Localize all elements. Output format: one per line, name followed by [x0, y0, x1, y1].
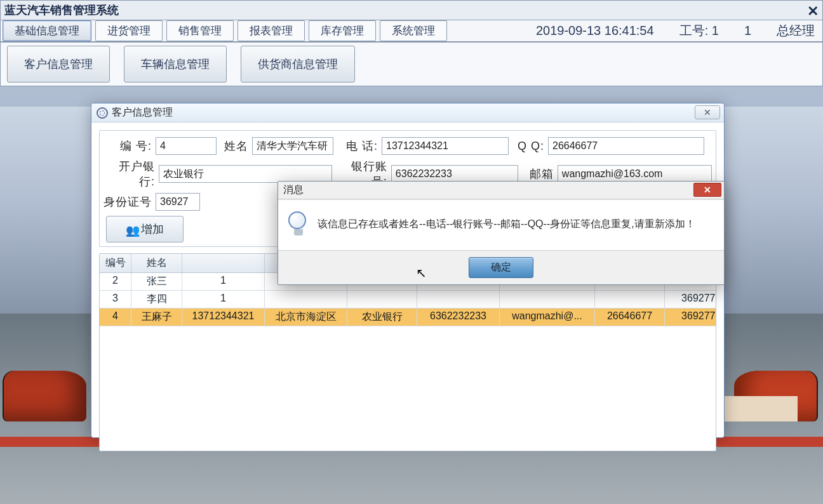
modal-title: 客户信息管理: [112, 106, 173, 119]
cell-addr: 北京市海淀区: [265, 308, 347, 326]
subtool-button-0[interactable]: 客户信息管理: [7, 46, 110, 83]
msgbox-header[interactable]: 消息 ✕: [278, 182, 724, 199]
msgbox-ok-button[interactable]: 确定: [469, 257, 533, 278]
subtool-button-2[interactable]: 供货商信息管理: [241, 46, 355, 83]
menu-item-2[interactable]: 销售管理: [166, 20, 234, 41]
subtool-button-1[interactable]: 车辆信息管理: [124, 46, 227, 83]
cell-email: [500, 291, 595, 308]
cell-phone_partial: 13712344321: [182, 308, 265, 326]
label-id: 编 号:: [104, 138, 152, 154]
table-row[interactable]: 3李四1369277732444: [100, 291, 716, 308]
cell-account: 6362232233: [417, 308, 500, 326]
modal-close-button[interactable]: ✕: [695, 105, 720, 119]
msgbox-text: 该信息已存在或者姓名--电话--银行账号--邮箱--QQ--身份证等信息重复,请…: [318, 211, 695, 231]
label-bank: 开户银行:: [104, 159, 155, 189]
add-button-label: 增加: [141, 222, 164, 237]
input-bank[interactable]: [159, 165, 332, 183]
app-titlebar: 蓝天汽车销售管理系统 ✕: [0, 0, 823, 20]
input-qq[interactable]: [548, 137, 704, 155]
cell-bank: [347, 291, 417, 308]
cell-id: 4: [100, 308, 131, 326]
input-idcard[interactable]: [156, 193, 200, 211]
cell-addr: [265, 291, 347, 308]
menu-item-4[interactable]: 库存管理: [309, 20, 376, 41]
cell-name: 王麻子: [131, 308, 182, 326]
cell-id: 2: [100, 273, 131, 291]
cell-phone_partial: 1: [182, 273, 265, 291]
menu-item-5[interactable]: 系统管理: [380, 20, 447, 41]
menu-item-0[interactable]: 基础信息管理: [3, 20, 91, 41]
message-dialog: 消息 ✕ 该信息已存在或者姓名--电话--银行账号--邮箱--QQ--身份证等信…: [278, 181, 725, 285]
msgbox-close-button[interactable]: ✕: [693, 183, 721, 197]
gear-icon: [97, 107, 108, 119]
cell-idcard: 369277732666: [665, 308, 716, 326]
input-account[interactable]: [391, 165, 518, 183]
close-icon[interactable]: ✕: [807, 3, 819, 20]
input-email[interactable]: [558, 165, 712, 183]
input-phone[interactable]: [382, 137, 509, 155]
label-email: 邮箱: [522, 166, 554, 182]
menu-item-1[interactable]: 进货管理: [95, 20, 163, 41]
cell-account: [417, 291, 500, 308]
status-emp-short: 1: [744, 23, 751, 38]
cell-email: wangmazhi@...: [500, 308, 595, 326]
statusbar: 2019-09-13 16:41:54 工号: 1 1 总经理: [511, 22, 822, 39]
label-phone: 电 话:: [337, 138, 378, 154]
label-name: 姓名: [220, 138, 248, 154]
cell-idcard: 369277732444: [665, 291, 716, 308]
col-name: 姓名: [131, 254, 182, 272]
input-name[interactable]: [252, 137, 333, 155]
cell-id: 3: [100, 291, 131, 308]
cell-name: 张三: [131, 273, 182, 291]
cell-qq: [595, 291, 665, 308]
menu-item-3[interactable]: 报表管理: [238, 20, 305, 41]
cell-bank: 农业银行: [347, 308, 417, 326]
input-id[interactable]: [156, 137, 217, 155]
menubar: 基础信息管理进货管理销售管理报表管理库存管理系统管理 2019-09-13 16…: [0, 20, 823, 42]
app-title: 蓝天汽车销售管理系统: [4, 3, 119, 18]
msgbox-title: 消息: [283, 183, 304, 197]
cell-phone_partial: 1: [182, 291, 265, 308]
table-row[interactable]: 4王麻子13712344321北京市海淀区农业银行6362232233wangm…: [100, 308, 716, 326]
status-role: 总经理: [777, 22, 815, 39]
status-datetime: 2019-09-13 16:41:54: [536, 23, 654, 38]
add-button[interactable]: 👥 增加: [106, 216, 184, 242]
status-emp: 工号: 1: [679, 22, 719, 39]
label-idcard: 身份证号: [104, 194, 152, 209]
cell-name: 李四: [131, 291, 182, 308]
add-user-icon: 👥: [126, 223, 137, 235]
label-qq: Q Q:: [512, 140, 544, 153]
col-id: 编号: [100, 254, 131, 272]
modal-header[interactable]: 客户信息管理 ✕: [91, 103, 724, 123]
sub-toolbar: 客户信息管理车辆信息管理供货商信息管理: [0, 42, 823, 86]
info-icon: [288, 211, 309, 237]
col-phone: [182, 254, 265, 272]
cell-qq: 26646677: [595, 308, 665, 326]
